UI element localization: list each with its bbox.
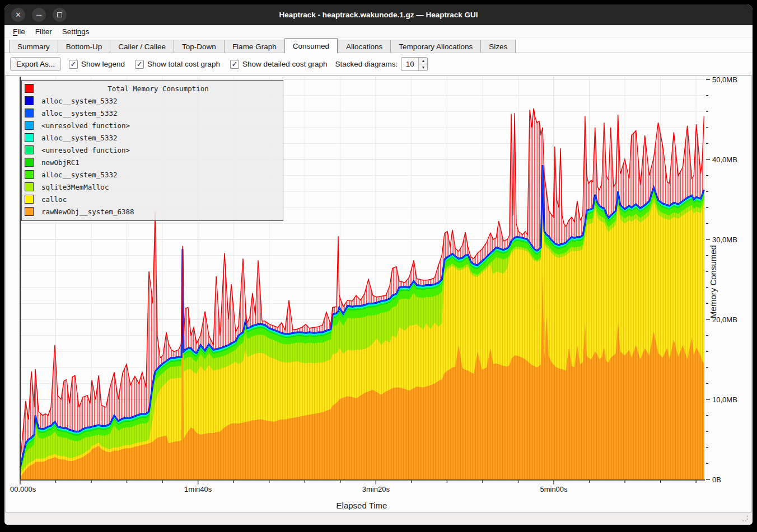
legend-swatch (25, 182, 34, 191)
svg-text:30,0MB: 30,0MB (712, 236, 737, 244)
checkbox-show-detailed-cost-graph[interactable]: ✓Show detailed cost graph (230, 60, 328, 69)
legend-swatch (25, 145, 34, 154)
svg-text:50,0MB: 50,0MB (712, 76, 737, 84)
legend-item: <unresolved function> (22, 144, 283, 156)
legend-item: rawNewObj__system_6388 (22, 205, 283, 218)
spin-buttons: ▲ ▼ (418, 58, 427, 70)
legend-swatch (25, 109, 34, 117)
checkbox-show-total-cost-graph[interactable]: ✓Show total cost graph (135, 60, 220, 69)
svg-text:10,0MB: 10,0MB (712, 396, 737, 404)
legend-label: <unresolved function> (41, 146, 130, 154)
tab-sizes[interactable]: Sizes (480, 40, 516, 53)
tab-bottom-up[interactable]: Bottom-Up (58, 40, 110, 53)
legend-label: sqlite3MemMalloc (41, 183, 109, 191)
svg-text:3min20s: 3min20s (362, 485, 390, 493)
legend-item: <unresolved function> (22, 119, 283, 131)
toolbar: Export As... ✓Show legend✓Show total cos… (4, 53, 753, 75)
tab-allocations[interactable]: Allocations (338, 40, 390, 53)
legend-swatch (25, 84, 34, 93)
legend-item: alloc__system_5332 (22, 131, 283, 144)
y-axis-title: Memory Consumed (708, 245, 718, 318)
legend-label: alloc__system_5332 (41, 109, 117, 117)
legend-swatch (25, 207, 34, 216)
stacked-diagrams-value[interactable]: 10 (401, 58, 418, 70)
legend-label: alloc__system_5332 (41, 97, 117, 105)
spin-down-button[interactable]: ▼ (419, 64, 427, 70)
legend-item: alloc__system_5332 (22, 168, 283, 181)
checkmark-icon: ✓ (135, 60, 144, 69)
stacked-diagrams-spinbox[interactable]: 10 ▲ ▼ (401, 57, 428, 71)
checkmark-icon: ✓ (69, 60, 78, 69)
legend-item: calloc (22, 193, 283, 205)
export-as-button[interactable]: Export As... (10, 57, 61, 71)
checkbox-label: Show detailed cost graph (242, 60, 328, 68)
legend-swatch (25, 170, 34, 179)
chart-legend: Total Memory Consumptionalloc__system_53… (21, 80, 283, 221)
legend-label: Total Memory Consumption (34, 84, 283, 93)
tab-consumed[interactable]: Consumed (284, 38, 338, 53)
tab-summary[interactable]: Summary (9, 40, 58, 53)
legend-swatch (25, 158, 34, 167)
resize-grip[interactable] (741, 515, 749, 522)
menu-settings[interactable]: Settings (57, 26, 95, 37)
tab-caller-callee[interactable]: Caller / Callee (110, 40, 174, 53)
menu-filter[interactable]: Filter (30, 26, 57, 37)
checkmark-icon: ✓ (230, 60, 239, 69)
spin-up-button[interactable]: ▲ (419, 58, 427, 64)
legend-item: newObjRC1 (22, 156, 283, 168)
checkbox-show-legend[interactable]: ✓Show legend (69, 60, 125, 69)
menu-bar: FileFilterSettings (4, 25, 753, 38)
svg-text:00.000s: 00.000s (10, 485, 36, 493)
tab-temporary-allocations[interactable]: Temporary Allocations (390, 40, 480, 53)
legend-swatch (25, 121, 34, 130)
legend-swatch (25, 96, 34, 105)
legend-title-row: Total Memory Consumption (22, 82, 283, 95)
legend-label: alloc__system_5332 (41, 171, 117, 179)
checkbox-group: ✓Show legend✓Show total cost graph✓Show … (69, 60, 328, 69)
svg-text:0B: 0B (712, 475, 721, 484)
legend-item: alloc__system_5332 (22, 95, 283, 107)
legend-label: calloc (41, 195, 67, 204)
tab-flame-graph[interactable]: Flame Graph (224, 40, 284, 53)
legend-label: newObjRC1 (41, 158, 80, 167)
tab-bar: SummaryBottom-UpCaller / CalleeTop-DownF… (4, 38, 753, 53)
checkbox-label: Show legend (81, 60, 125, 68)
x-axis-title: Elapsed Time (6, 501, 717, 510)
window-title: Heaptrack - heaptrack.wakunode.1.gz — He… (4, 11, 753, 19)
tab-top-down[interactable]: Top-Down (174, 40, 224, 53)
window-bottom-strip (4, 512, 753, 525)
legend-label: rawNewObj__system_6388 (41, 208, 134, 216)
legend-label: alloc__system_5332 (41, 134, 117, 142)
legend-swatch (25, 133, 34, 142)
app-window: ✕ ─ Heaptrack - heaptrack.wakunode.1.gz … (4, 4, 753, 525)
checkbox-label: Show total cost graph (147, 60, 220, 68)
svg-text:40,0MB: 40,0MB (712, 156, 737, 164)
stacked-diagrams-label: Stacked diagrams: (335, 60, 398, 68)
consumed-chart: 0B10,0MB20,0MB30,0MB40,0MB50,0MB00.000s1… (6, 75, 751, 512)
title-bar: ✕ ─ Heaptrack - heaptrack.wakunode.1.gz … (4, 4, 753, 25)
legend-swatch (25, 195, 34, 204)
legend-label: <unresolved function> (41, 121, 130, 130)
legend-item: sqlite3MemMalloc (22, 181, 283, 193)
legend-item: alloc__system_5332 (22, 107, 283, 119)
svg-text:5min00s: 5min00s (540, 485, 568, 493)
menu-file[interactable]: File (8, 26, 30, 37)
svg-text:1min40s: 1min40s (184, 485, 212, 493)
